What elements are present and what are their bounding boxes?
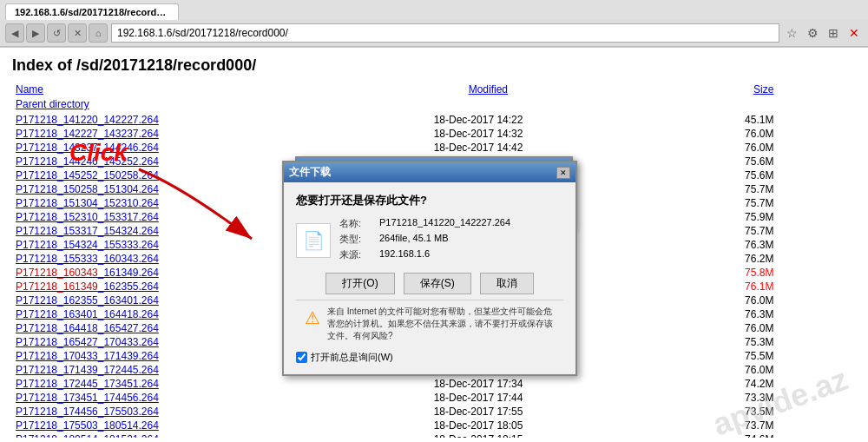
file-name-cell: P171218_142227_143237.264 <box>12 127 399 141</box>
file-link[interactable]: P171218_141220_142227.264 <box>16 114 159 126</box>
file-size-cell: 75.9M <box>727 210 856 224</box>
file-link[interactable]: P171218_180514_181521.264 <box>16 433 159 438</box>
file-modified-cell: 18-Dec-2017 14:22 <box>399 113 727 127</box>
file-dialog-body: 您要打开还是保存此文件? 📄 名称: P171218_141220_142227… <box>284 182 575 374</box>
file-modified-cell: 18-Dec-2017 17:55 <box>399 405 727 419</box>
file-link[interactable]: P171218_161349_162355.264 <box>16 280 159 293</box>
file-link[interactable]: P171218_165427_170433.264 <box>16 336 159 348</box>
file-link[interactable]: P171218_145252_150258.264 <box>16 169 159 181</box>
file-dialog-title-bar: 文件下载 ✕ <box>284 162 575 182</box>
file-link[interactable]: P171218_172445_173451.264 <box>16 378 159 390</box>
file-link[interactable]: P171218_160343_161349.264 <box>16 267 159 279</box>
file-link[interactable]: P171218_154324_155333.264 <box>16 239 159 251</box>
col-name[interactable]: Name <box>12 82 399 97</box>
file-name-row: 名称: P171218_141220_142227.264 <box>339 217 563 230</box>
close-browser-icon[interactable]: ✕ <box>845 24 863 42</box>
file-link[interactable]: P171218_164418_165427.264 <box>16 322 159 334</box>
back-button[interactable]: ◀ <box>5 23 24 43</box>
file-from-value: 192.168.1.6 <box>379 248 430 261</box>
file-size-cell: 74.2M <box>727 377 856 391</box>
warning-text: 来自 Internet 的文件可能对您有帮助，但某些文件可能会危害您的计算机。如… <box>327 306 555 342</box>
dialog-buttons: 打开(O) 保存(S) 取消 <box>296 273 563 294</box>
parent-dir-link[interactable]: Parent directory <box>16 98 852 110</box>
open-btn[interactable]: 打开(O) <box>326 273 394 294</box>
address-bar[interactable] <box>111 23 779 43</box>
file-modified-cell: 18-Dec-2017 14:42 <box>399 141 727 155</box>
file-name-cell: P171218_143237_144246.264 <box>12 141 399 155</box>
file-size-cell: 75.7M <box>727 196 856 210</box>
table-row: P171218_180514_181521.26418-Dec-2017 18:… <box>12 432 856 438</box>
file-link[interactable]: P171218_142227_143237.264 <box>16 128 159 140</box>
file-size-cell: 45.1M <box>727 113 856 127</box>
file-size-cell: 76.3M <box>727 238 856 252</box>
file-link[interactable]: P171218_152310_153317.264 <box>16 211 159 223</box>
file-type-row: 类型: 264file, 45.1 MB <box>339 233 563 246</box>
file-link[interactable]: P171218_163401_164418.264 <box>16 308 159 320</box>
table-row: P171218_172445_173451.26418-Dec-2017 17:… <box>12 377 856 391</box>
file-modified-cell: 18-Dec-2017 18:15 <box>399 432 727 438</box>
always-ask-checkbox[interactable] <box>296 352 307 363</box>
col-modified[interactable]: Modified <box>399 82 727 97</box>
file-size-cell: 73.5M <box>727 405 856 419</box>
col-size[interactable]: Size <box>727 82 856 97</box>
file-modified-cell: 18-Dec-2017 14:32 <box>399 127 727 141</box>
file-name-cell: P171218_173451_174456.264 <box>12 391 399 405</box>
file-link[interactable]: P171218_144246_145252.264 <box>16 155 159 168</box>
file-link[interactable]: P171218_153317_154324.264 <box>16 225 159 237</box>
file-size-cell: 76.0M <box>727 141 856 155</box>
file-link[interactable]: P171218_162355_163401.264 <box>16 294 159 307</box>
refresh-button[interactable]: ↺ <box>47 23 66 43</box>
save-btn[interactable]: 保存(S) <box>404 273 471 294</box>
active-tab[interactable]: 192.168.1.6/sd/20171218/record000/ ✕ <box>5 3 179 20</box>
settings-icon[interactable]: ⚙ <box>804 24 821 42</box>
table-row: P171218_175503_180514.26418-Dec-2017 18:… <box>12 419 856 432</box>
file-size-cell: 76.0M <box>727 363 856 377</box>
file-size-cell: 76.0M <box>727 294 856 307</box>
file-link[interactable]: P171218_143237_144246.264 <box>16 142 159 154</box>
file-name-cell: P171218_180514_181521.264 <box>12 432 399 438</box>
file-name-cell: P171218_141220_142227.264 <box>12 113 399 127</box>
tab-bar: 192.168.1.6/sd/20171218/record000/ ✕ <box>0 0 868 20</box>
browser-chrome: 192.168.1.6/sd/20171218/record000/ ✕ ◀ ▶… <box>0 0 868 48</box>
forward-button[interactable]: ▶ <box>26 23 45 43</box>
file-name-cell: P171218_175503_180514.264 <box>12 419 399 432</box>
file-link[interactable]: P171218_155333_160343.264 <box>16 253 159 265</box>
grid-icon[interactable]: ⊞ <box>825 24 842 42</box>
bookmark-icon[interactable]: ☆ <box>783 24 800 42</box>
file-link[interactable]: P171218_170433_171439.264 <box>16 350 159 362</box>
file-from-row: 来源: 192.168.1.6 <box>339 248 563 261</box>
file-dialog-close-btn[interactable]: ✕ <box>556 167 570 179</box>
file-size-cell: 75.8M <box>727 266 856 280</box>
file-size-cell: 76.0M <box>727 127 856 141</box>
file-size-cell: 75.3M <box>727 335 856 349</box>
file-type-icon: 📄 <box>296 223 331 258</box>
table-row: P171218_141220_142227.26418-Dec-2017 14:… <box>12 113 856 127</box>
file-icon-area: 📄 名称: P171218_141220_142227.264 类型: 264f… <box>296 217 563 264</box>
cancel-btn[interactable]: 取消 <box>480 273 534 294</box>
file-link[interactable]: P171218_173451_174456.264 <box>16 392 159 404</box>
file-link[interactable]: P171218_151304_152310.264 <box>16 197 159 209</box>
file-size-cell: 76.0M <box>727 321 856 335</box>
dialog-overlay: 已完成 0% - P171218_141220_142227.264 (来自 1… <box>295 156 573 229</box>
file-size-cell: 76.3M <box>727 307 856 321</box>
file-dialog-title: 文件下载 <box>289 165 331 180</box>
browser-toolbar: ◀ ▶ ↺ ✕ ⌂ ☆ ⚙ ⊞ ✕ <box>0 20 868 47</box>
file-size-cell: 75.6M <box>727 168 856 182</box>
table-row: P171218_173451_174456.26418-Dec-2017 17:… <box>12 391 856 405</box>
file-type-value: 264file, 45.1 MB <box>379 233 449 246</box>
file-modified-cell: 18-Dec-2017 18:05 <box>399 419 727 432</box>
home-button[interactable]: ⌂ <box>89 23 108 43</box>
stop-button[interactable]: ✕ <box>68 23 87 43</box>
browser-icons: ☆ ⚙ ⊞ ✕ <box>783 24 863 42</box>
checkbox-row: 打开前总是询问(W) <box>296 351 563 364</box>
file-size-cell: 76.1M <box>727 280 856 294</box>
nav-buttons: ◀ ▶ ↺ ✕ ⌂ <box>5 23 108 43</box>
file-size-cell: 75.5M <box>727 349 856 363</box>
file-name-label: 名称: <box>339 217 374 230</box>
file-link[interactable]: P171218_150258_151304.264 <box>16 183 159 195</box>
file-from-label: 来源: <box>339 248 374 261</box>
file-link[interactable]: P171218_175503_180514.264 <box>16 419 159 432</box>
file-download-dialog: 文件下载 ✕ 您要打开还是保存此文件? 📄 名称: P171218_141220… <box>282 161 577 376</box>
file-link[interactable]: P171218_174456_175503.264 <box>16 406 159 418</box>
file-link[interactable]: P171218_171439_172445.264 <box>16 364 159 376</box>
